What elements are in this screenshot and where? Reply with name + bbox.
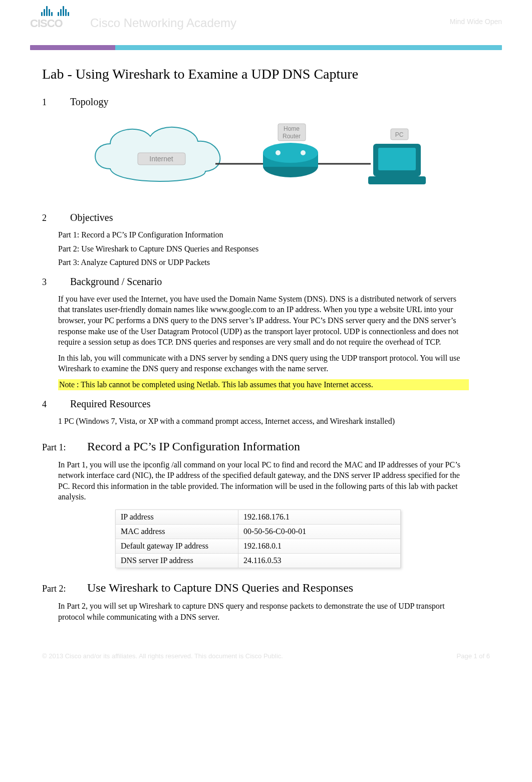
objective-item: Part 2: Use Wireshark to Capture DNS Que… [58,243,469,254]
part-2-heading: Part 2: Use Wireshark to Capture DNS Que… [42,581,502,595]
academy-title: Cisco Networking Academy [90,16,236,30]
section-title: Required Resources [70,398,151,410]
internet-label: Internet [149,155,173,163]
topology-diagram: Internet Home Router [80,114,502,204]
svg-rect-9 [368,176,426,184]
section-3-heading: 3 Background / Scenario [42,276,502,288]
section-title: Background / Scenario [70,276,162,288]
part-title: Record a PC’s IP Configuration Informati… [87,440,300,453]
part-1-heading: Part 1: Record a PC’s IP Configuration I… [42,440,502,453]
part-label: Part 2: [42,584,87,594]
gateway-label: Default gateway IP address [116,539,238,553]
table-row: DNS server IP address 24.116.0.53 [116,553,401,568]
background-paragraph: In this lab, you will communicate with a… [58,353,469,374]
header-tagline: Mind Wide Open [450,18,502,26]
background-paragraph: If you have ever used the Internet, you … [58,294,469,348]
router-icon: Home Router [263,124,318,177]
svg-point-3 [263,143,318,163]
svg-rect-8 [378,148,416,170]
section-title: Objectives [70,212,113,223]
mac-address-value: 00-50-56-C0-00-01 [238,524,401,539]
pc-label: PC [395,131,404,138]
section-number: 3 [42,277,70,288]
router-label-1: Home [284,125,300,132]
dns-value: 24.116.0.53 [238,553,401,568]
section-4-heading: 4 Required Resources [42,398,502,410]
cisco-bars-icon [30,5,80,16]
ip-address-value: 192.168.176.1 [238,509,401,524]
part-label: Part 1: [42,442,87,453]
section-1-heading: 1 Topology [42,96,502,108]
part-title: Use Wireshark to Capture DNS Queries and… [87,581,353,595]
ipconfig-command: ipconfig /all [143,460,184,469]
cisco-logo: CISCO [30,5,80,33]
section-number: 2 [42,213,70,223]
page-header: CISCO Cisco Networking Academy Mind Wide… [30,5,502,35]
pc-icon: PC [368,129,426,184]
note-highlight: Note : This lab cannot be completed usin… [58,379,469,390]
table-row: Default gateway IP address 192.168.0.1 [116,539,401,553]
table-row: MAC address 00-50-56-C0-00-01 [116,524,401,539]
router-label-2: Router [283,133,301,140]
ip-config-table: IP address 192.168.176.1 MAC address 00-… [115,509,401,568]
svg-point-5 [301,150,306,155]
table-row: IP address 192.168.176.1 [116,509,401,524]
document-title: Lab - Using Wireshark to Examine a UDP D… [42,66,502,82]
page-footer: © 2013 Cisco and/or its affiliates. All … [42,652,490,660]
topology-svg: Internet Home Router [80,114,461,204]
svg-point-4 [276,150,281,155]
part1-intro: In Part 1, you will use the ipconfig /al… [58,459,469,502]
lab-document-page: CISCO Cisco Networking Academy Mind Wide… [0,0,532,680]
internet-cloud-icon: Internet [95,127,220,181]
section-title: Topology [70,96,108,108]
section-2-heading: 2 Objectives [42,212,502,223]
section-number: 4 [42,399,70,410]
footer-page-number: Page 1 of 6 [457,652,490,660]
ip-address-label: IP address [116,509,238,524]
dns-label: DNS server IP address [116,553,238,568]
mac-address-label: MAC address [116,524,238,539]
part1-intro-a: In Part 1, you will use the [58,460,143,469]
part2-paragraph: In Part 2, you will set up Wireshark to … [58,601,469,622]
objective-item: Part 3: Analyze Captured DNS or UDP Pack… [58,257,469,268]
objective-item: Part 1: Record a PC’s IP Configuration I… [58,229,469,240]
note-row: Note : This lab cannot be completed usin… [58,379,469,390]
cisco-logo-text: CISCO [30,17,80,30]
header-divider [30,45,502,50]
gateway-value: 192.168.0.1 [238,539,401,553]
section-number: 1 [42,97,70,108]
footer-copyright: © 2013 Cisco and/or its affiliates. All … [42,652,283,660]
resource-item: 1 PC (Windows 7, Vista, or XP with a com… [58,416,469,427]
